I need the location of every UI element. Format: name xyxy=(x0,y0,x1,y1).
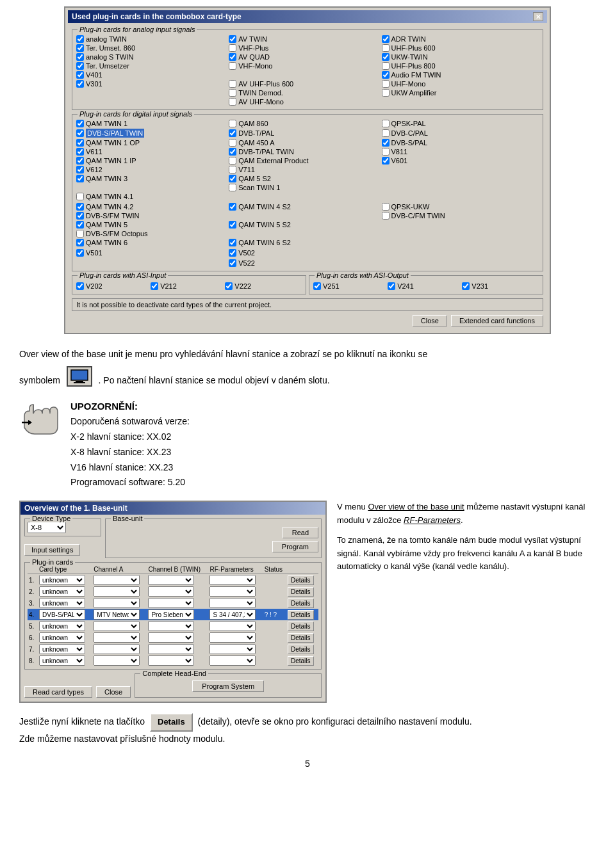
row2-chb xyxy=(147,586,208,597)
cb-uhf-plus-600: UHF-Plus 600 xyxy=(382,44,534,52)
row3-card: unknown xyxy=(38,597,92,609)
details-inline-button[interactable]: Details xyxy=(150,713,193,732)
row8-btn: Details xyxy=(286,655,318,666)
footer-line2: Zde můžeme nastavovat příslušné hodnoty … xyxy=(19,732,596,746)
cb-ukw-amp: UKW Amplifier xyxy=(382,89,534,97)
row2-num: 2. xyxy=(28,586,38,597)
dialog1-titlebar: Used plug-in cards in the combobox card-… xyxy=(68,10,547,23)
plugin-table-header: Card type Channel A Channel B (TWIN) RF-… xyxy=(28,565,318,574)
row1-rf xyxy=(208,574,263,586)
row5-card: unknown xyxy=(38,620,92,632)
warning-text-block: UPOZORNĚNÍ: Doporučená sotwarová verze: … xyxy=(70,398,190,490)
dialog1-close-btn[interactable]: ✕ xyxy=(533,12,543,21)
details-inline-label: Details xyxy=(158,716,185,729)
cb-audio-fm-twin: Audio FM TWIN xyxy=(382,71,534,79)
program-button[interactable]: Program xyxy=(272,541,318,552)
row3-rf xyxy=(208,597,263,609)
row2-status xyxy=(263,586,286,597)
row3-status xyxy=(263,597,286,609)
complete-head-box: Complete Head-End Program System xyxy=(135,673,322,698)
row4-rf: S 34 / 407,2 MHz xyxy=(208,609,263,620)
row1-card: unknown xyxy=(38,574,92,586)
dialog1-close-button[interactable]: Close xyxy=(413,315,447,326)
monitor-svg xyxy=(70,369,88,383)
row7-chb xyxy=(147,643,208,655)
dialog1-btn-row: Close Extended card functions xyxy=(72,315,543,326)
plugin-table: Card type Channel A Channel B (TWIN) RF-… xyxy=(28,565,318,666)
svg-rect-1 xyxy=(76,381,83,382)
row1-status xyxy=(263,574,286,586)
overview-close-button[interactable]: Close xyxy=(96,686,131,698)
row5-rf xyxy=(208,620,263,632)
row6-chb xyxy=(147,632,208,643)
row5-btn: Details xyxy=(286,620,318,632)
row6-card: unknown xyxy=(38,632,92,643)
read-button[interactable]: Read xyxy=(283,527,318,538)
device-type-select[interactable]: X-8 xyxy=(28,522,66,533)
device-type-box: Device Type X-8 xyxy=(24,518,101,536)
warning-title: UPOZORNĚNÍ: xyxy=(70,398,190,415)
base-unit-box: Base-unit Read Program xyxy=(105,518,322,558)
cb-uhf-mono: UHF-Mono xyxy=(382,80,534,88)
right-para2: To znamená, že na tomto kanále nám bude … xyxy=(337,534,596,574)
program-system-button[interactable]: Program System xyxy=(192,680,264,692)
warning-line3: X-8 hlavní stanice: XX.23 xyxy=(70,445,190,460)
col-num xyxy=(28,565,38,574)
cb-empty3 xyxy=(76,98,229,106)
cb-ter-umsetzer: Ter. Umsetzer xyxy=(76,62,229,70)
cb-av-uhf-mono: AV UHF-Mono xyxy=(229,98,381,106)
overview-section: Overview of the 1. Base-unit Device Type… xyxy=(19,501,596,703)
analog-group: Plug-in cards for analog input signals a… xyxy=(72,29,543,110)
col-rf: RF-Parameters xyxy=(208,565,263,574)
overview-titlebar: Overview of the 1. Base-unit xyxy=(20,502,325,515)
right-prefix: V menu xyxy=(337,502,368,511)
intro-symbol-line: symbolem . Po načtení hlavní stanice se … xyxy=(19,366,596,387)
asi-input-group: Plug-in cards with ASI-Input V202 V212 V… xyxy=(72,275,306,294)
row2-rf xyxy=(208,586,263,597)
overview-bottom-row: Read card types Close Complete Head-End … xyxy=(24,673,322,698)
row1-chb xyxy=(147,574,208,586)
cb-empty2 xyxy=(76,89,229,97)
dialog1-title: Used plug-in cards in the combobox card-… xyxy=(72,12,242,21)
row4-card: DVB-S/PAL TWIN xyxy=(38,609,92,620)
read-card-types-button[interactable]: Read card types xyxy=(24,686,92,698)
warning-line5: Programovací software: 5.20 xyxy=(70,475,190,490)
asi-input-title: Plug-in cards with ASI-Input xyxy=(78,271,168,279)
warning-line4: V16 hlavní stanice: XX.23 xyxy=(70,460,190,476)
row4-cha: MTV Networks (TP078▼ xyxy=(92,609,147,620)
asi-output-title: Plug-in cards with ASI-Output xyxy=(315,271,411,279)
intro-line1: Over view of the base unit je menu pro v… xyxy=(19,349,427,359)
svg-rect-0 xyxy=(71,370,88,380)
cb-vhf-mono: VHF-Mono xyxy=(229,62,381,70)
row4-btn: Details xyxy=(286,609,318,620)
row7-rf xyxy=(208,643,263,655)
cb-v401: V401 xyxy=(76,71,229,79)
row4-status: ? ! ? xyxy=(263,609,286,620)
cb-ter-umset: Ter. Umset. 860 xyxy=(76,44,229,52)
right-period: . xyxy=(461,515,463,525)
row3-chb xyxy=(147,597,208,609)
row7-card: unknown xyxy=(38,643,92,655)
digital-checkboxes: QAM TWIN 1 QAM 860 QPSK-PAL DVB-S/PAL TW… xyxy=(76,120,539,267)
asi-input-checkboxes: V202 V212 V222 xyxy=(76,282,302,290)
row5-chb xyxy=(147,620,208,632)
cb-twin-demod: TWIN Demod. xyxy=(229,89,381,97)
cb-uhf-plus-800: UHF-Plus 800 xyxy=(382,62,534,70)
svg-rect-2 xyxy=(74,382,85,383)
row8-card: unknown xyxy=(38,655,92,666)
row7-status xyxy=(263,643,286,655)
overview-title: Overview of the 1. Base-unit xyxy=(24,504,127,513)
row8-num: 8. xyxy=(28,655,38,666)
row6-rf xyxy=(208,632,263,643)
input-settings-button[interactable]: Input settings xyxy=(24,544,80,556)
intro-paragraph: Over view of the base unit je menu pro v… xyxy=(19,347,596,361)
table-row: 3. unknown Details xyxy=(28,597,318,609)
page-container: Used plug-in cards in the combobox card-… xyxy=(0,0,615,788)
row4-num: 4. xyxy=(28,609,38,620)
overview-top-row: Device Type X-8 Input settings Base-unit… xyxy=(24,518,322,558)
cb-analog-twin: analog TWIN xyxy=(76,35,229,43)
dialog1-extended-button[interactable]: Extended card functions xyxy=(451,315,543,326)
row7-cha xyxy=(92,643,147,655)
digital-group: Plug-in cards for digital input signals … xyxy=(72,114,543,271)
row6-num: 6. xyxy=(28,632,38,643)
